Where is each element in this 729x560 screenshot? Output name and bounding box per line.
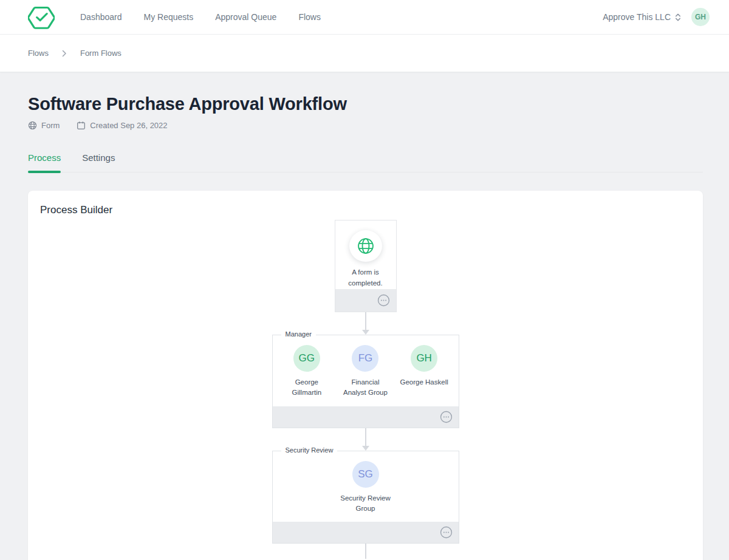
approver: FG Financial Analyst Group (336, 345, 394, 398)
tab-bar: Process Settings (28, 152, 703, 172)
process-builder-card: Process Builder A form is completed. (28, 191, 703, 560)
approver-avatar: GH (411, 345, 437, 372)
flow-line (365, 544, 366, 559)
flow-type-label: Form (41, 121, 60, 130)
workflow-diagram: A form is completed. (40, 220, 691, 559)
approver-name: George Haskell (399, 377, 450, 388)
approver-avatar: GG (293, 345, 320, 372)
chevron-right-icon (62, 50, 67, 57)
step-name: Manager (281, 330, 316, 338)
breadcrumb-flows[interactable]: Flows (28, 49, 49, 58)
approver-avatar: SG (352, 461, 379, 488)
approver: GH George Haskell (395, 345, 453, 398)
approver: SG Security Review Group (337, 461, 395, 514)
step-security-review: Security Review SG Security Review Group (272, 451, 459, 544)
ellipsis-menu-button[interactable] (440, 526, 453, 539)
step-footer (273, 522, 459, 543)
trigger-icon-circle (349, 230, 382, 262)
approver-avatar: FG (352, 345, 378, 372)
logo-check-hexagon-icon[interactable] (28, 4, 55, 30)
navbar-right: Approve This LLC GH (603, 8, 710, 26)
page-meta: Form Created Sep 26, 2022 (28, 121, 703, 130)
step-approvers: GG George Gillmartin FG Financial Analys… (273, 335, 459, 406)
card-title: Process Builder (40, 204, 691, 216)
nav-link-my-requests[interactable]: My Requests (144, 12, 194, 22)
flow-arrow-down (362, 428, 369, 451)
ellipsis-menu-button[interactable] (440, 411, 453, 423)
trigger-node: A form is completed. (335, 220, 397, 312)
ellipsis-menu-button[interactable] (377, 294, 390, 307)
trigger-node-body: A form is completed. (335, 220, 396, 289)
primary-nav: Dashboard My Requests Approval Queue Flo… (80, 12, 321, 22)
nav-link-approval-queue[interactable]: Approval Queue (215, 12, 276, 22)
step-footer (273, 406, 459, 428)
account-name: Approve This LLC (603, 12, 671, 22)
globe-icon (355, 236, 376, 256)
breadcrumb: Flows Form Flows (0, 35, 729, 72)
account-switcher[interactable]: Approve This LLC (603, 12, 682, 22)
trigger-text: A form is completed. (340, 267, 391, 289)
approver-name: George Gillmartin (281, 377, 332, 398)
tab-process[interactable]: Process (28, 152, 61, 172)
page-title: Software Purchase Approval Workflow (28, 94, 703, 114)
created-date: Created Sep 26, 2022 (77, 121, 167, 130)
created-date-label: Created Sep 26, 2022 (90, 121, 167, 130)
flow-type: Form (28, 121, 60, 130)
approver-name: Security Review Group (340, 493, 391, 514)
step-name: Security Review (281, 446, 338, 454)
nav-link-dashboard[interactable]: Dashboard (80, 12, 122, 22)
breadcrumb-form-flows[interactable]: Form Flows (80, 49, 122, 58)
top-navbar: Dashboard My Requests Approval Queue Flo… (0, 0, 729, 35)
approver: GG George Gillmartin (278, 345, 336, 398)
globe-icon (28, 121, 37, 130)
chevron-up-down-icon (674, 13, 682, 22)
nav-link-flows[interactable]: Flows (298, 12, 321, 22)
user-avatar[interactable]: GH (691, 8, 710, 26)
tab-settings[interactable]: Settings (82, 152, 115, 172)
step-approvers: SG Security Review Group (273, 451, 459, 522)
trigger-node-footer (335, 289, 396, 312)
approver-name: Financial Analyst Group (340, 377, 391, 398)
step-manager: Manager GG George Gillmartin FG Financia… (272, 335, 459, 428)
calendar-icon (77, 121, 86, 130)
main-content: Software Purchase Approval Workflow Form… (0, 94, 729, 560)
flow-arrow-down (362, 312, 369, 335)
